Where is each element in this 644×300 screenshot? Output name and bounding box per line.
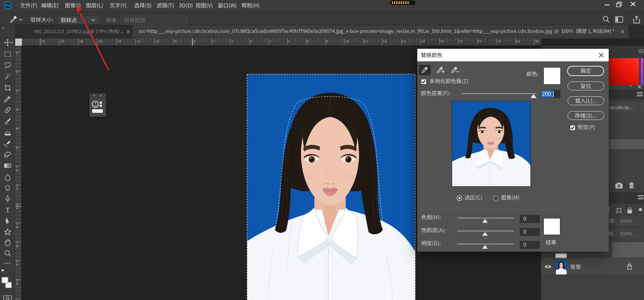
svg-text:T: T: [5, 206, 9, 214]
